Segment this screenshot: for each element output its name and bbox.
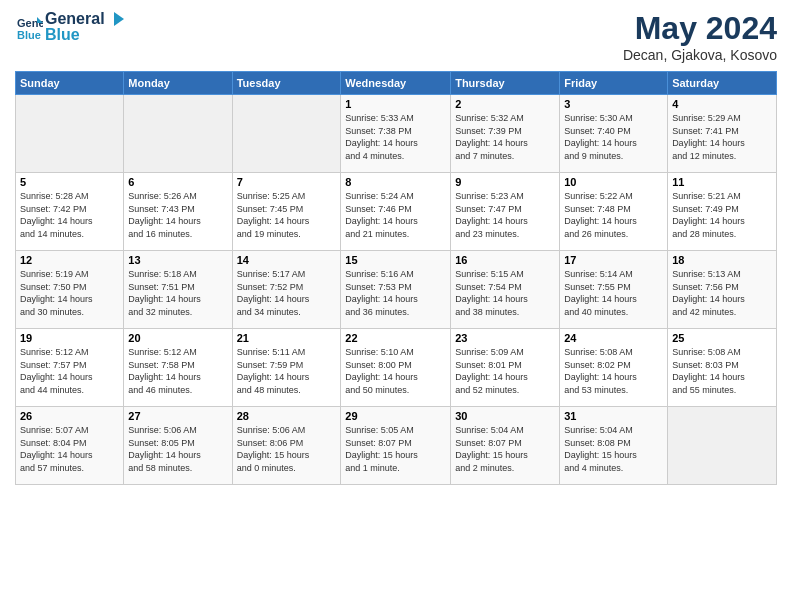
day-info: Sunrise: 5:07 AMSunset: 8:04 PMDaylight:… <box>20 424 119 474</box>
day-number: 4 <box>672 98 772 110</box>
calendar-cell: 21Sunrise: 5:11 AMSunset: 7:59 PMDayligh… <box>232 329 341 407</box>
calendar-cell: 11Sunrise: 5:21 AMSunset: 7:49 PMDayligh… <box>668 173 777 251</box>
day-info: Sunrise: 5:24 AMSunset: 7:46 PMDaylight:… <box>345 190 446 240</box>
calendar-cell: 8Sunrise: 5:24 AMSunset: 7:46 PMDaylight… <box>341 173 451 251</box>
day-number: 21 <box>237 332 337 344</box>
calendar-cell: 2Sunrise: 5:32 AMSunset: 7:39 PMDaylight… <box>451 95 560 173</box>
calendar-cell <box>668 407 777 485</box>
weekday-header-friday: Friday <box>560 72 668 95</box>
calendar-cell: 31Sunrise: 5:04 AMSunset: 8:08 PMDayligh… <box>560 407 668 485</box>
day-number: 18 <box>672 254 772 266</box>
calendar-cell: 10Sunrise: 5:22 AMSunset: 7:48 PMDayligh… <box>560 173 668 251</box>
week-row-4: 26Sunrise: 5:07 AMSunset: 8:04 PMDayligh… <box>16 407 777 485</box>
calendar-cell: 18Sunrise: 5:13 AMSunset: 7:56 PMDayligh… <box>668 251 777 329</box>
day-info: Sunrise: 5:17 AMSunset: 7:52 PMDaylight:… <box>237 268 337 318</box>
day-number: 27 <box>128 410 227 422</box>
day-info: Sunrise: 5:30 AMSunset: 7:40 PMDaylight:… <box>564 112 663 162</box>
day-number: 26 <box>20 410 119 422</box>
calendar-cell <box>124 95 232 173</box>
day-info: Sunrise: 5:15 AMSunset: 7:54 PMDaylight:… <box>455 268 555 318</box>
day-number: 13 <box>128 254 227 266</box>
day-number: 23 <box>455 332 555 344</box>
day-number: 1 <box>345 98 446 110</box>
calendar-cell <box>232 95 341 173</box>
day-number: 28 <box>237 410 337 422</box>
day-number: 17 <box>564 254 663 266</box>
day-info: Sunrise: 5:12 AMSunset: 7:58 PMDaylight:… <box>128 346 227 396</box>
day-number: 16 <box>455 254 555 266</box>
calendar-cell: 5Sunrise: 5:28 AMSunset: 7:42 PMDaylight… <box>16 173 124 251</box>
day-info: Sunrise: 5:18 AMSunset: 7:51 PMDaylight:… <box>128 268 227 318</box>
day-number: 7 <box>237 176 337 188</box>
calendar-cell: 30Sunrise: 5:04 AMSunset: 8:07 PMDayligh… <box>451 407 560 485</box>
day-info: Sunrise: 5:28 AMSunset: 7:42 PMDaylight:… <box>20 190 119 240</box>
day-info: Sunrise: 5:13 AMSunset: 7:56 PMDaylight:… <box>672 268 772 318</box>
day-number: 31 <box>564 410 663 422</box>
calendar-cell: 22Sunrise: 5:10 AMSunset: 8:00 PMDayligh… <box>341 329 451 407</box>
calendar-table: SundayMondayTuesdayWednesdayThursdayFrid… <box>15 71 777 485</box>
title-block: May 2024 Decan, Gjakova, Kosovo <box>623 10 777 63</box>
calendar-cell: 4Sunrise: 5:29 AMSunset: 7:41 PMDaylight… <box>668 95 777 173</box>
logo-blue: Blue <box>45 26 124 44</box>
day-number: 19 <box>20 332 119 344</box>
week-row-3: 19Sunrise: 5:12 AMSunset: 7:57 PMDayligh… <box>16 329 777 407</box>
weekday-header-row: SundayMondayTuesdayWednesdayThursdayFrid… <box>16 72 777 95</box>
day-number: 6 <box>128 176 227 188</box>
day-info: Sunrise: 5:08 AMSunset: 8:02 PMDaylight:… <box>564 346 663 396</box>
day-info: Sunrise: 5:04 AMSunset: 8:07 PMDaylight:… <box>455 424 555 474</box>
day-info: Sunrise: 5:05 AMSunset: 8:07 PMDaylight:… <box>345 424 446 474</box>
calendar-cell: 28Sunrise: 5:06 AMSunset: 8:06 PMDayligh… <box>232 407 341 485</box>
day-info: Sunrise: 5:14 AMSunset: 7:55 PMDaylight:… <box>564 268 663 318</box>
weekday-header-monday: Monday <box>124 72 232 95</box>
header: General Blue General Blue May 2024 Decan… <box>15 10 777 63</box>
location-text: Decan, Gjakova, Kosovo <box>623 47 777 63</box>
day-info: Sunrise: 5:29 AMSunset: 7:41 PMDaylight:… <box>672 112 772 162</box>
calendar-cell: 25Sunrise: 5:08 AMSunset: 8:03 PMDayligh… <box>668 329 777 407</box>
day-number: 24 <box>564 332 663 344</box>
day-info: Sunrise: 5:25 AMSunset: 7:45 PMDaylight:… <box>237 190 337 240</box>
day-info: Sunrise: 5:06 AMSunset: 8:06 PMDaylight:… <box>237 424 337 474</box>
day-number: 11 <box>672 176 772 188</box>
week-row-0: 1Sunrise: 5:33 AMSunset: 7:38 PMDaylight… <box>16 95 777 173</box>
calendar-cell: 27Sunrise: 5:06 AMSunset: 8:05 PMDayligh… <box>124 407 232 485</box>
calendar-cell: 29Sunrise: 5:05 AMSunset: 8:07 PMDayligh… <box>341 407 451 485</box>
day-info: Sunrise: 5:19 AMSunset: 7:50 PMDaylight:… <box>20 268 119 318</box>
svg-text:Blue: Blue <box>17 29 41 41</box>
day-number: 29 <box>345 410 446 422</box>
day-info: Sunrise: 5:09 AMSunset: 8:01 PMDaylight:… <box>455 346 555 396</box>
day-info: Sunrise: 5:10 AMSunset: 8:00 PMDaylight:… <box>345 346 446 396</box>
calendar-cell <box>16 95 124 173</box>
day-number: 14 <box>237 254 337 266</box>
weekday-header-saturday: Saturday <box>668 72 777 95</box>
day-info: Sunrise: 5:08 AMSunset: 8:03 PMDaylight:… <box>672 346 772 396</box>
day-info: Sunrise: 5:11 AMSunset: 7:59 PMDaylight:… <box>237 346 337 396</box>
calendar-cell: 23Sunrise: 5:09 AMSunset: 8:01 PMDayligh… <box>451 329 560 407</box>
logo: General Blue General Blue <box>15 10 124 44</box>
calendar-cell: 7Sunrise: 5:25 AMSunset: 7:45 PMDaylight… <box>232 173 341 251</box>
calendar-cell: 14Sunrise: 5:17 AMSunset: 7:52 PMDayligh… <box>232 251 341 329</box>
calendar-cell: 20Sunrise: 5:12 AMSunset: 7:58 PMDayligh… <box>124 329 232 407</box>
calendar-cell: 3Sunrise: 5:30 AMSunset: 7:40 PMDaylight… <box>560 95 668 173</box>
calendar-cell: 17Sunrise: 5:14 AMSunset: 7:55 PMDayligh… <box>560 251 668 329</box>
day-number: 20 <box>128 332 227 344</box>
calendar-cell: 15Sunrise: 5:16 AMSunset: 7:53 PMDayligh… <box>341 251 451 329</box>
day-info: Sunrise: 5:12 AMSunset: 7:57 PMDaylight:… <box>20 346 119 396</box>
weekday-header-wednesday: Wednesday <box>341 72 451 95</box>
weekday-header-sunday: Sunday <box>16 72 124 95</box>
day-info: Sunrise: 5:32 AMSunset: 7:39 PMDaylight:… <box>455 112 555 162</box>
day-number: 3 <box>564 98 663 110</box>
day-number: 30 <box>455 410 555 422</box>
day-number: 12 <box>20 254 119 266</box>
day-info: Sunrise: 5:23 AMSunset: 7:47 PMDaylight:… <box>455 190 555 240</box>
logo-icon: General Blue <box>15 13 43 41</box>
calendar-cell: 9Sunrise: 5:23 AMSunset: 7:47 PMDaylight… <box>451 173 560 251</box>
calendar-cell: 24Sunrise: 5:08 AMSunset: 8:02 PMDayligh… <box>560 329 668 407</box>
day-number: 2 <box>455 98 555 110</box>
day-number: 5 <box>20 176 119 188</box>
day-number: 8 <box>345 176 446 188</box>
day-number: 22 <box>345 332 446 344</box>
calendar-page: General Blue General Blue May 2024 Decan… <box>0 0 792 612</box>
calendar-cell: 12Sunrise: 5:19 AMSunset: 7:50 PMDayligh… <box>16 251 124 329</box>
day-number: 9 <box>455 176 555 188</box>
day-info: Sunrise: 5:21 AMSunset: 7:49 PMDaylight:… <box>672 190 772 240</box>
